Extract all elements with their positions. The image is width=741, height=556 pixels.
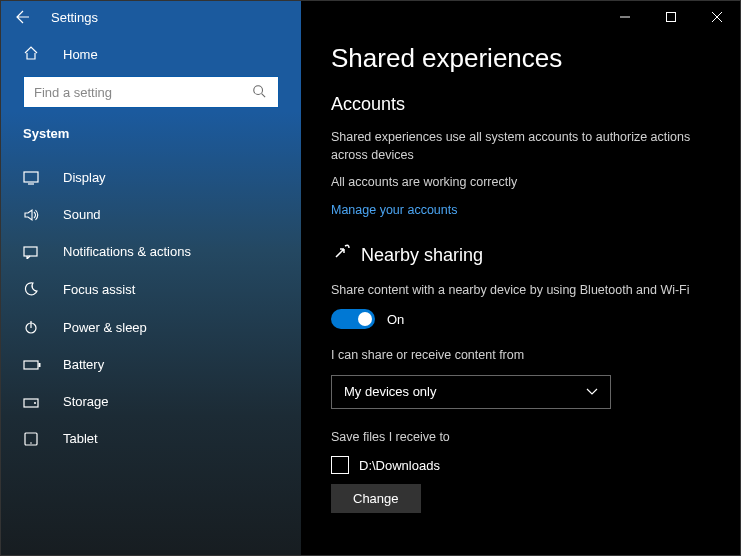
nav-label: Tablet	[63, 431, 98, 446]
display-icon	[23, 171, 43, 185]
sidebar-item-sound[interactable]: Sound	[1, 196, 301, 233]
save-location-label: Save files I receive to	[331, 429, 710, 447]
sidebar-item-power-sleep[interactable]: Power & sleep	[1, 308, 301, 346]
page-title: Shared experiences	[331, 43, 710, 74]
nav-label: Battery	[63, 357, 104, 372]
svg-point-0	[254, 85, 263, 94]
search-input[interactable]	[34, 85, 252, 100]
close-button[interactable]	[694, 1, 740, 33]
accounts-heading: Accounts	[331, 94, 710, 115]
svg-point-12	[30, 442, 32, 444]
change-button[interactable]: Change	[331, 484, 421, 513]
sidebar-item-tablet[interactable]: Tablet	[1, 420, 301, 457]
manage-accounts-link[interactable]: Manage your accounts	[331, 203, 457, 217]
focus-assist-icon	[23, 281, 43, 297]
share-scope-label: I can share or receive content from	[331, 347, 710, 365]
svg-rect-14	[667, 13, 676, 22]
chevron-down-icon	[586, 384, 598, 399]
accounts-description: Shared experiences use all system accoun…	[331, 129, 710, 164]
svg-rect-8	[39, 363, 41, 367]
sidebar-item-battery[interactable]: Battery	[1, 346, 301, 383]
main-panel: Shared experiences Accounts Shared exper…	[301, 1, 740, 555]
storage-icon	[23, 395, 43, 409]
back-arrow-icon	[15, 9, 31, 25]
app-title: Settings	[51, 10, 98, 25]
maximize-icon	[666, 12, 676, 22]
svg-rect-4	[24, 247, 37, 256]
settings-window: Settings Home System Display	[0, 0, 741, 556]
titlebar-left: Settings	[1, 1, 301, 33]
save-path: D:\Downloads	[359, 458, 440, 473]
save-location-row: D:\Downloads	[331, 456, 710, 474]
nav-label: Display	[63, 170, 106, 185]
nav-label: Storage	[63, 394, 109, 409]
sidebar-home[interactable]: Home	[1, 33, 301, 76]
sound-icon	[23, 208, 43, 222]
search-icon	[252, 84, 268, 101]
sidebar-item-storage[interactable]: Storage	[1, 383, 301, 420]
svg-point-10	[34, 402, 36, 404]
sidebar-section-label: System	[1, 118, 301, 159]
folder-icon	[331, 456, 349, 474]
nearby-toggle-row: On	[331, 309, 710, 329]
sidebar-item-display[interactable]: Display	[1, 159, 301, 196]
sidebar-item-notifications[interactable]: Notifications & actions	[1, 233, 301, 270]
dropdown-value: My devices only	[344, 384, 436, 399]
nearby-heading: Nearby sharing	[331, 243, 710, 268]
svg-rect-2	[24, 172, 38, 182]
share-scope-dropdown[interactable]: My devices only	[331, 375, 611, 409]
search-wrap	[1, 76, 301, 118]
svg-rect-7	[24, 361, 38, 369]
nearby-description: Share content with a nearby device by us…	[331, 282, 710, 300]
share-icon	[331, 243, 351, 268]
sidebar-nav: Display Sound Notifications & actions Fo…	[1, 159, 301, 457]
close-icon	[712, 12, 722, 22]
minimize-icon	[620, 12, 630, 22]
content-area: Shared experiences Accounts Shared exper…	[301, 33, 740, 555]
nav-label: Notifications & actions	[63, 244, 191, 259]
toggle-label: On	[387, 312, 404, 327]
sidebar: Settings Home System Display	[1, 1, 301, 555]
sidebar-item-focus-assist[interactable]: Focus assist	[1, 270, 301, 308]
toggle-knob	[358, 312, 372, 326]
maximize-button[interactable]	[648, 1, 694, 33]
home-label: Home	[63, 47, 98, 62]
home-icon	[23, 45, 43, 64]
accounts-status: All accounts are working correctly	[331, 174, 710, 192]
svg-line-1	[262, 93, 266, 97]
back-button[interactable]	[11, 5, 35, 29]
nearby-toggle[interactable]	[331, 309, 375, 329]
window-controls	[301, 1, 740, 33]
tablet-icon	[23, 432, 43, 446]
nav-label: Focus assist	[63, 282, 135, 297]
nav-label: Sound	[63, 207, 101, 222]
battery-icon	[23, 359, 43, 371]
power-icon	[23, 319, 43, 335]
search-box[interactable]	[23, 76, 279, 108]
nav-label: Power & sleep	[63, 320, 147, 335]
notifications-icon	[23, 245, 43, 259]
minimize-button[interactable]	[602, 1, 648, 33]
nearby-heading-text: Nearby sharing	[361, 245, 483, 266]
